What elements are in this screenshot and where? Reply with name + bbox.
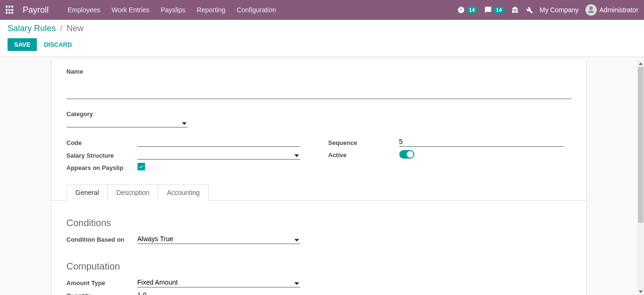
breadcrumb-parent[interactable]: Salary Rules <box>8 24 56 33</box>
menu-reporting[interactable]: Reporting <box>197 6 225 14</box>
condition-based-input[interactable] <box>137 234 300 244</box>
scrollbar-thumb[interactable] <box>638 67 644 223</box>
breadcrumb: Salary Rules / New <box>8 24 636 34</box>
active-toggle[interactable] <box>399 150 414 159</box>
discard-button[interactable]: DISCARD <box>44 41 72 48</box>
menu-configuration[interactable]: Configuration <box>237 6 276 14</box>
company-selector[interactable]: My Company <box>540 6 578 14</box>
tab-content-general: Conditions Condition Based on Computatio… <box>67 218 571 295</box>
save-button[interactable]: SAVE <box>8 38 37 51</box>
salary-structure-select[interactable] <box>137 150 300 160</box>
clock-icon <box>457 6 465 14</box>
appears-checkbox[interactable] <box>137 163 145 170</box>
quantity-label: Quantity <box>67 290 137 295</box>
code-label: Code <box>67 137 137 146</box>
user-menu[interactable]: Administrator <box>585 4 638 16</box>
chat-icon <box>484 6 492 14</box>
conditions-title: Conditions <box>67 218 571 228</box>
tab-accounting[interactable]: Accounting <box>158 185 208 201</box>
topbar-right: 14 14 My Company Administrator <box>457 4 638 16</box>
name-field-block: Name <box>67 66 571 99</box>
menu-work-entries[interactable]: Work Entries <box>112 6 149 14</box>
name-input[interactable] <box>67 88 571 99</box>
scroll-down-arrow-icon[interactable] <box>637 288 644 295</box>
left-column: Code Salary Structure Appears on Payslip <box>67 137 309 174</box>
avatar-icon <box>585 4 597 16</box>
condition-based-select[interactable] <box>137 234 300 244</box>
sequence-label: Sequence <box>328 137 399 146</box>
category-field-block: Category <box>67 109 571 127</box>
condition-based-label: Condition Based on <box>67 234 137 244</box>
salary-structure-label: Salary Structure <box>67 150 137 159</box>
toggle-knob <box>407 151 413 158</box>
scrollbar-track[interactable] <box>637 60 644 295</box>
amount-type-label: Amount Type <box>67 278 137 287</box>
messages-indicator[interactable]: 14 <box>484 6 505 14</box>
name-label: Name <box>67 66 137 75</box>
menu-payslips[interactable]: Payslips <box>161 6 185 14</box>
category-select[interactable] <box>67 118 188 127</box>
wrench-icon[interactable] <box>525 6 533 14</box>
appears-label: Appears on Payslip <box>67 162 137 171</box>
amount-type-input[interactable] <box>137 278 300 287</box>
check-icon <box>138 164 144 169</box>
form-sheet: Name Category Code Salary Structure <box>51 60 587 295</box>
control-bar: Salary Rules / New SAVE DISCARD <box>0 20 644 57</box>
details-columns: Code Salary Structure Appears on Payslip <box>67 137 571 174</box>
salary-structure-input[interactable] <box>137 150 300 160</box>
activity-badge: 14 <box>466 7 478 13</box>
top-navbar: Payroll Employees Work Entries Payslips … <box>0 0 644 20</box>
activity-indicator[interactable]: 14 <box>457 6 478 14</box>
tabs-bar: General Description Accounting <box>52 185 586 201</box>
messages-badge: 14 <box>493 7 505 13</box>
sequence-input[interactable] <box>399 137 564 147</box>
amount-type-select[interactable] <box>137 278 300 287</box>
user-name: Administrator <box>600 6 638 14</box>
app-brand[interactable]: Payroll <box>23 5 49 15</box>
main-menu: Employees Work Entries Payslips Reportin… <box>68 6 276 14</box>
breadcrumb-current: New <box>67 24 84 33</box>
apps-icon[interactable] <box>6 6 14 14</box>
tab-general[interactable]: General <box>67 185 108 201</box>
right-column: Sequence Active <box>328 137 571 174</box>
computation-title: Computation <box>67 261 571 272</box>
category-input[interactable] <box>67 118 188 127</box>
tab-description[interactable]: Description <box>107 185 158 201</box>
quantity-input[interactable] <box>137 290 300 295</box>
breadcrumb-sep: / <box>60 24 62 33</box>
scroll-up-arrow-icon[interactable] <box>637 60 644 67</box>
code-input[interactable] <box>137 137 300 147</box>
menu-employees[interactable]: Employees <box>68 6 100 14</box>
gift-icon[interactable] <box>511 6 519 14</box>
active-label: Active <box>328 150 399 159</box>
category-label: Category <box>67 109 137 118</box>
form-scroll-area[interactable]: Name Category Code Salary Structure <box>0 60 637 295</box>
